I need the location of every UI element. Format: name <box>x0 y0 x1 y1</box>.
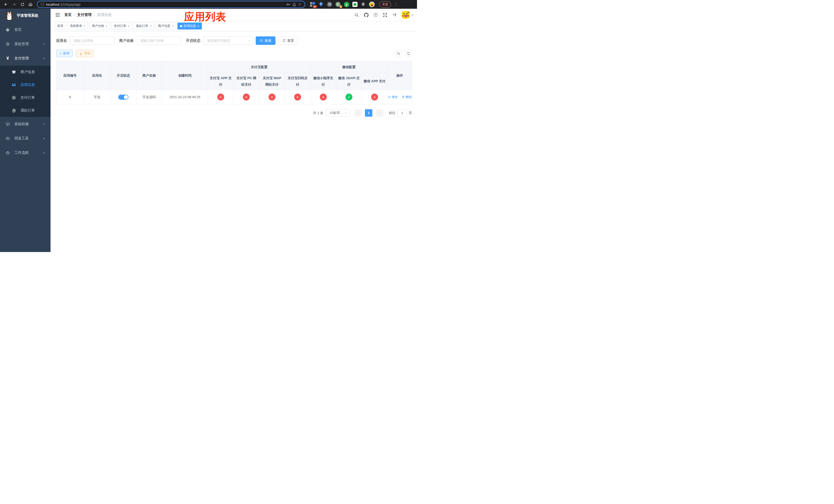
extension-command-icon[interactable]: ⌘ <box>327 2 332 7</box>
sidebar-item-infra[interactable]: 基础设施 <box>0 117 50 131</box>
wx-app-status-icon: × <box>371 94 378 100</box>
sidebar-item-dev-tools[interactable]: 研发工具 <box>0 131 50 145</box>
extension-blocks-icon[interactable]: 10 <box>310 2 315 7</box>
chevron-up-icon <box>42 57 45 60</box>
col-wx-app: 微信 APP 支付 <box>362 73 388 90</box>
extensions-puzzle-icon[interactable] <box>360 2 366 7</box>
open-status-label: 开启状态 <box>186 39 200 43</box>
merchant-name-input[interactable] <box>137 37 181 45</box>
sidebar-item-payment[interactable]: ¥ 支付管理 <box>0 51 50 66</box>
share-icon[interactable] <box>292 3 296 6</box>
close-icon[interactable]: × <box>150 25 152 28</box>
page-1-button[interactable]: 1 <box>365 109 372 117</box>
close-icon[interactable]: × <box>84 25 85 28</box>
main-area: 应用列表 首页 / 支付管理 / 应用信息 ? <box>50 9 417 252</box>
sidebar-item-label: 商户信息 <box>21 70 35 74</box>
reset-button[interactable]: 重置 <box>278 37 298 45</box>
close-icon[interactable]: × <box>197 25 199 28</box>
browser-menu-icon[interactable]: ⋮ <box>394 2 398 7</box>
sidebar-collapse-icon[interactable] <box>55 12 60 18</box>
close-icon[interactable]: × <box>172 25 174 28</box>
merchant-name-label: 商户名称 <box>119 39 134 43</box>
add-button[interactable]: + 新增 <box>56 50 73 57</box>
extension-emoji-icon[interactable] <box>369 2 375 7</box>
sidebar-item-workflow[interactable]: 工作流程 <box>0 145 50 160</box>
table-grid-icon <box>11 83 16 87</box>
documents-icon <box>11 109 16 113</box>
chevron-down-icon <box>42 151 45 154</box>
sidebar-item-home[interactable]: 首页 <box>0 23 50 37</box>
open-status-select[interactable] <box>204 37 254 45</box>
header-search-icon[interactable] <box>354 13 359 17</box>
breadcrumb-home[interactable]: 首页 <box>64 13 71 17</box>
tab-process-form[interactable]: 流程表单× <box>67 23 88 29</box>
sidebar-item-refund-order[interactable]: 退款订单 <box>0 104 50 117</box>
pagination: 共 1 条 10条/页 ‹ 1 › 前往 页 <box>56 109 412 117</box>
alipay-pc-status-icon: × <box>243 94 250 100</box>
close-icon[interactable]: × <box>128 25 130 28</box>
table-refresh-button[interactable] <box>405 50 412 57</box>
export-button[interactable]: 导出 <box>76 50 94 57</box>
github-icon[interactable] <box>364 13 369 17</box>
sidebar-item-label: 支付订单 <box>21 95 35 100</box>
sidebar-item-app-info[interactable]: 应用信息 <box>0 78 50 91</box>
tab-home[interactable]: 首页 <box>54 23 66 29</box>
page-size-select[interactable]: 10条/页 <box>326 109 350 117</box>
tab-refund-order[interactable]: 退款订单× <box>133 23 154 29</box>
next-page-button[interactable]: › <box>376 109 383 117</box>
delete-link[interactable]: 删除 <box>402 95 412 99</box>
tab-pay-order[interactable]: 支付订单× <box>111 23 132 29</box>
user-avatar[interactable] <box>402 11 410 19</box>
sidebar-item-label: 研发工具 <box>14 136 29 141</box>
app-name-input[interactable] <box>70 37 114 45</box>
table-search-toggle-button[interactable] <box>395 50 402 57</box>
col-group-wechat: 微信配置 <box>311 61 388 73</box>
edit-link[interactable]: 修改 <box>388 95 398 99</box>
goto-page-input[interactable] <box>397 109 407 117</box>
browser-reload-button[interactable] <box>19 1 26 8</box>
avatar-caret-icon[interactable]: ▾ <box>412 13 413 17</box>
close-icon[interactable]: × <box>106 25 107 28</box>
bookmark-star-icon[interactable]: ☆ <box>298 2 302 7</box>
chrome-update-button[interactable]: 更新 <box>379 1 391 8</box>
cell-app-name: 芋道 <box>84 90 111 104</box>
sidebar: 芋道管理系统 首页 ⚙ 系统管理 ¥ 支付管理 商户信息 <box>0 9 50 252</box>
fullscreen-icon[interactable] <box>383 13 388 17</box>
tab-merchant-info[interactable]: 商户信息× <box>155 23 176 29</box>
workflow-case-icon <box>5 151 10 155</box>
extension-chat-icon[interactable] <box>352 2 358 7</box>
active-dot <box>180 25 182 27</box>
open-status-toggle[interactable] <box>118 95 129 100</box>
chevron-down-icon <box>42 137 45 140</box>
extension-y-icon[interactable]: y <box>344 2 349 7</box>
site-info-icon[interactable]: i <box>41 3 44 6</box>
browser-forward-button[interactable] <box>11 1 18 8</box>
extension-badge: 10 <box>313 5 317 8</box>
alipay-wap-status-icon: × <box>268 94 276 100</box>
col-alipay-wap: 支付宝 WAP 网站支付 <box>259 73 285 90</box>
navbar-actions: ? TT ▾ <box>354 11 413 19</box>
font-size-icon[interactable]: TT <box>392 13 397 17</box>
sidebar-item-merchant-info[interactable]: 商户信息 <box>0 66 50 78</box>
col-merchant-name: 商户名称 <box>136 61 162 90</box>
browser-back-button[interactable] <box>3 1 9 8</box>
top-navbar: 首页 / 支付管理 / 应用信息 ? TT ▾ <box>50 9 417 21</box>
search-button[interactable]: 搜索 <box>256 37 276 45</box>
sidebar-logo-row[interactable]: 芋道管理系统 <box>0 9 50 23</box>
extension-circle-icon[interactable]: 1 <box>335 2 341 7</box>
breadcrumb-section[interactable]: 支付管理 <box>77 13 91 17</box>
chevron-down-icon <box>344 112 347 115</box>
extension-gem-icon[interactable] <box>318 2 324 7</box>
prev-page-button[interactable]: ‹ <box>354 109 361 117</box>
help-icon[interactable]: ? <box>373 13 378 17</box>
browser-home-button[interactable] <box>27 1 34 8</box>
sidebar-item-pay-order[interactable]: 支付订单 <box>0 91 50 104</box>
tab-user-group[interactable]: 用户分组× <box>89 23 110 29</box>
password-key-icon[interactable] <box>286 2 290 6</box>
annotation-title: 应用列表 <box>184 10 226 24</box>
sidebar-item-label: 支付管理 <box>14 56 29 61</box>
col-wx-jsapi: 微信 JSAPI 支付 <box>336 73 362 90</box>
app-table: 应用编号 应用名 开启状态 商户名称 创建时间 支付宝配置 微信配置 操作 支付… <box>56 61 412 104</box>
address-bar[interactable]: i localhost:1024/pay/app ☆ <box>37 1 305 8</box>
sidebar-item-system[interactable]: ⚙ 系统管理 <box>0 37 50 51</box>
